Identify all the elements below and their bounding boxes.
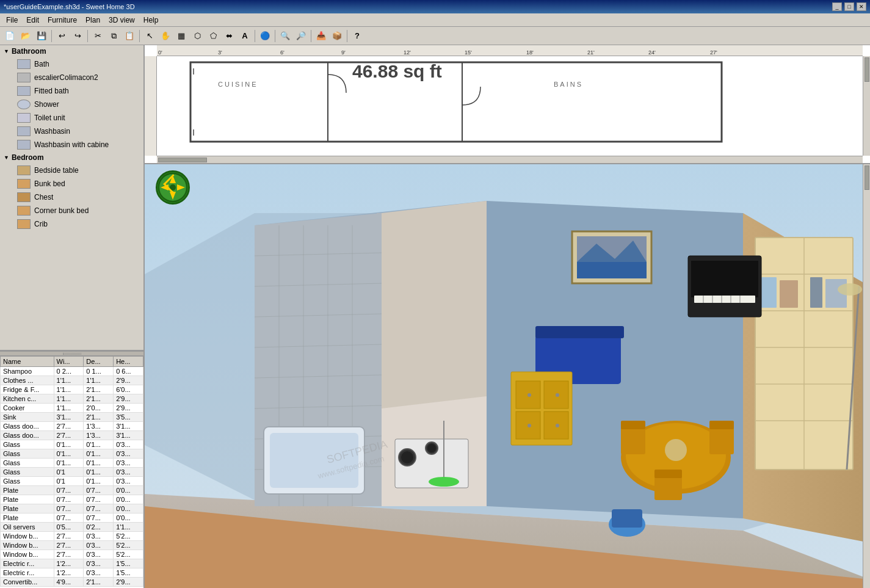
row-name-cell: Cooker bbox=[1, 404, 54, 413]
navigation-compass[interactable] bbox=[156, 170, 190, 205]
col-name[interactable]: Name bbox=[1, 357, 54, 367]
copy-button[interactable]: ⧉ bbox=[106, 29, 121, 43]
menu-item-help[interactable]: Help bbox=[140, 15, 162, 26]
undo-button[interactable]: ↩ bbox=[54, 29, 69, 43]
create-room-tool[interactable]: ⬡ bbox=[190, 29, 205, 43]
row-height-cell: 0'3... bbox=[114, 459, 143, 468]
room-3d-view: SOFTPEDIA www.softpedia.com bbox=[145, 164, 870, 588]
item-crib[interactable]: Crib bbox=[0, 217, 143, 231]
category-bedroom[interactable]: ▼ Bedroom bbox=[0, 151, 143, 164]
row-height-cell: 6'0... bbox=[114, 385, 143, 394]
item-washbasin-cabinet[interactable]: Washbasin with cabine bbox=[0, 138, 143, 151]
item-corner-bunk-bed-label: Corner bunk bed bbox=[34, 206, 89, 215]
item-bath[interactable]: Bath bbox=[0, 57, 143, 71]
svg-rect-0 bbox=[190, 62, 722, 142]
furniture-table[interactable]: Name Wi... De... He... Shampoo0 2...0 1.… bbox=[0, 356, 143, 588]
table-row[interactable]: Glass0'1...0'1...0'3... bbox=[1, 449, 143, 459]
close-button[interactable]: ✕ bbox=[857, 2, 866, 11]
table-row[interactable]: Clothes ...1'1...1'1...2'9... bbox=[1, 376, 143, 385]
maximize-button[interactable]: □ bbox=[844, 2, 854, 11]
table-row[interactable]: Glass0'10'1...0'3... bbox=[1, 477, 143, 486]
menu-item-furniture[interactable]: Furniture bbox=[44, 15, 81, 26]
item-bunk-bed[interactable]: Bunk bed bbox=[0, 177, 143, 191]
menu-item-3d-view[interactable]: 3D view bbox=[105, 15, 139, 26]
panel-resize-handle[interactable] bbox=[0, 351, 143, 356]
table-row[interactable]: Glass doo...2'7...1'3...3'1... bbox=[1, 431, 143, 440]
scrollbar-horizontal[interactable] bbox=[157, 156, 863, 163]
item-escalier[interactable]: escalierColimacon2 bbox=[0, 71, 143, 84]
pan-tool[interactable]: ✋ bbox=[158, 29, 173, 43]
item-shower[interactable]: Shower bbox=[0, 98, 143, 111]
table-row[interactable]: Sink3'1...2'1...3'5... bbox=[1, 413, 143, 422]
table-row[interactable]: Plate0'7...0'7...0'0... bbox=[1, 495, 143, 504]
table-row[interactable]: Plate0'7...0'7...0'0... bbox=[1, 514, 143, 523]
table-row[interactable]: Kitchen c...1'1...2'1...2'9... bbox=[1, 394, 143, 404]
col-height[interactable]: He... bbox=[114, 357, 143, 367]
new-button[interactable]: 📄 bbox=[2, 29, 17, 43]
scrollbar-thumb-v[interactable] bbox=[865, 57, 869, 82]
table-row[interactable]: Glass0'1...0'1...0'3... bbox=[1, 459, 143, 468]
menu-item-edit[interactable]: Edit bbox=[23, 15, 43, 26]
item-washbasin[interactable]: Washbasin bbox=[0, 125, 143, 138]
scrollbar-thumb-h[interactable] bbox=[158, 158, 207, 162]
table-row[interactable]: Convertib...4'9...2'1...2'9... bbox=[1, 578, 143, 587]
separator-7 bbox=[347, 30, 347, 42]
furniture-catalog[interactable]: ▼ Bathroom Bath escalierColimacon2 Fitte… bbox=[0, 45, 143, 351]
redo-button[interactable]: ↪ bbox=[70, 29, 85, 43]
table-row[interactable]: Cooker1'1...2'0...2'9... bbox=[1, 404, 143, 413]
row-name-cell: Window b... bbox=[1, 541, 54, 550]
plan-view[interactable]: 0' 3' 6' 9' 12' 15' 18' 21' 24' 27' bbox=[145, 45, 870, 164]
item-chest[interactable]: Chest bbox=[0, 191, 143, 204]
svg-point-60 bbox=[556, 393, 559, 397]
table-row[interactable]: Plate0'7...0'7...0'0... bbox=[1, 486, 143, 495]
enable-magnetism[interactable]: 🔵 bbox=[258, 29, 272, 43]
row-width-cell: 2'7... bbox=[54, 532, 84, 541]
row-depth-cell: 2'1... bbox=[84, 413, 114, 422]
select-tool[interactable]: ↖ bbox=[142, 29, 157, 43]
paste-button[interactable]: 📋 bbox=[122, 29, 137, 43]
open-button[interactable]: 📂 bbox=[18, 29, 33, 43]
table-row[interactable]: Electric r...1'2...0'3...1'5... bbox=[1, 559, 143, 568]
table-row[interactable]: Window b...2'7...0'3...5'2... bbox=[1, 532, 143, 541]
item-corner-bunk-bed[interactable]: Corner bunk bed bbox=[0, 204, 143, 217]
table-row[interactable]: Glass0'1...0'1...0'3... bbox=[1, 440, 143, 449]
table-row[interactable]: Oil servers0'5...0'2...1'1... bbox=[1, 523, 143, 532]
zoom-in-button[interactable]: 🔍 bbox=[278, 29, 292, 43]
table-row[interactable]: Electric r...1'2...0'3...1'5... bbox=[1, 568, 143, 578]
menu-item-plan[interactable]: Plan bbox=[82, 15, 104, 26]
import-furniture-button[interactable]: 📥 bbox=[314, 29, 328, 43]
category-bathroom[interactable]: ▼ Bathroom bbox=[0, 45, 143, 57]
view-3d[interactable]: SOFTPEDIA www.softpedia.com bbox=[145, 164, 870, 588]
create-polyline-tool[interactable]: ⬠ bbox=[206, 29, 220, 43]
scrollbar-3d-thumb[interactable] bbox=[865, 165, 869, 190]
table-row[interactable]: Shampoo0 2...0 1...0 6... bbox=[1, 367, 143, 376]
save-button[interactable]: 💾 bbox=[34, 29, 49, 43]
row-name-cell: Glass doo... bbox=[1, 422, 54, 431]
item-toilet[interactable]: Toilet unit bbox=[0, 111, 143, 125]
add-to-catalog-button[interactable]: 📦 bbox=[330, 29, 344, 43]
scrollbar-vertical[interactable] bbox=[863, 56, 870, 156]
table-row[interactable]: Fridge & F...1'1...2'1...6'0... bbox=[1, 385, 143, 394]
zoom-out-button[interactable]: 🔎 bbox=[294, 29, 308, 43]
scrollbar-3d-vertical[interactable] bbox=[863, 164, 870, 588]
table-row[interactable]: Glass doo...2'7...1'3...3'1... bbox=[1, 422, 143, 431]
menu-item-file[interactable]: File bbox=[2, 15, 21, 26]
item-fitted-bath[interactable]: Fitted bath bbox=[0, 84, 143, 98]
create-label-tool[interactable]: A bbox=[237, 29, 252, 43]
col-width[interactable]: Wi... bbox=[54, 357, 84, 367]
svg-marker-11 bbox=[170, 192, 176, 200]
table-row[interactable]: Window b...2'7...0'3...5'2... bbox=[1, 541, 143, 550]
cut-button[interactable]: ✂ bbox=[90, 29, 105, 43]
item-bedside-table[interactable]: Bedside table bbox=[0, 164, 143, 177]
table-row[interactable]: Plate0'7...0'7...0'0... bbox=[1, 504, 143, 514]
toilet-icon bbox=[17, 113, 31, 123]
create-wall-tool[interactable]: ▦ bbox=[174, 29, 189, 43]
item-escalier-label: escalierColimacon2 bbox=[34, 73, 98, 82]
table-row[interactable]: Glass0'10'1...0'3... bbox=[1, 468, 143, 477]
minimize-button[interactable]: _ bbox=[832, 2, 842, 11]
table-row[interactable]: Window b...2'7...0'3...5'2... bbox=[1, 550, 143, 559]
help-button[interactable]: ? bbox=[350, 29, 364, 43]
row-depth-cell: 2'1... bbox=[84, 578, 114, 587]
create-dimension-tool[interactable]: ⬌ bbox=[222, 29, 236, 43]
col-depth[interactable]: De... bbox=[84, 357, 114, 367]
